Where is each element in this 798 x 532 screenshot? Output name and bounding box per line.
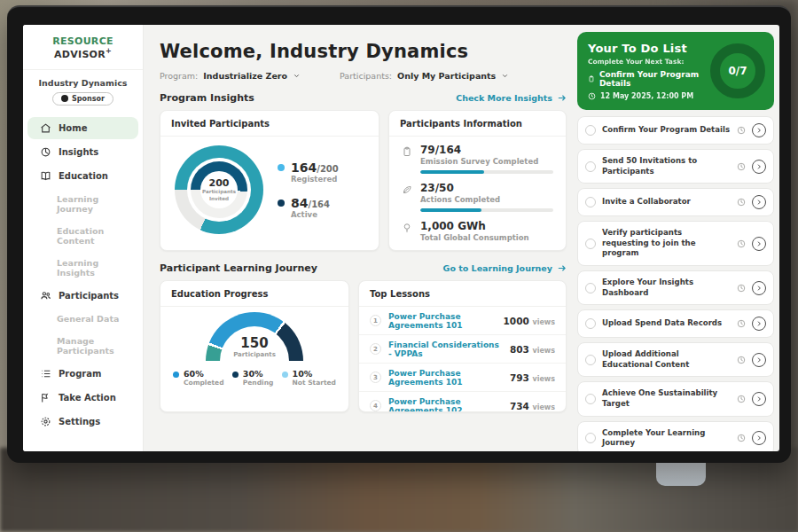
task-row-explore-insights[interactable]: Explore Your Insights Dashboard	[577, 270, 774, 305]
monitor-bezel: RESOURCE ADVISOR+ Industry Dynamics Spon…	[7, 5, 791, 463]
chevron-right-icon[interactable]	[752, 353, 766, 367]
checkbox-icon[interactable]	[585, 394, 596, 404]
actions-completed-progressbar	[420, 208, 553, 212]
lesson-views-suffix: views	[532, 403, 555, 411]
sidebar-item-label: Home	[59, 123, 87, 133]
participants-information-card: Participants Information 79/164 Emission…	[388, 110, 567, 251]
sponsor-badge[interactable]: Sponsor	[52, 92, 113, 106]
go-to-learning-journey-link[interactable]: Go to Learning Journey	[443, 263, 567, 273]
sidebar-item-learning-insights[interactable]: Learning Insights	[27, 253, 138, 283]
donut-center: 200 Participants Invited	[200, 171, 238, 208]
active-dot-icon	[278, 200, 285, 207]
task-row-send-invitations[interactable]: Send 50 Invitations to Participants	[577, 149, 774, 184]
learning-journey-header: Participant Learning Journey Go to Learn…	[160, 262, 567, 274]
sidebar-item-program[interactable]: Program	[27, 363, 138, 385]
donut-center-label: Participants Invited	[200, 189, 238, 202]
chevron-right-icon[interactable]	[752, 237, 766, 251]
sidebar-item-education-content[interactable]: Education Content	[27, 221, 138, 251]
sidebar-item-home[interactable]: Home	[27, 117, 138, 139]
invited-legend: 164/200 Registered 84/164 Active	[278, 160, 339, 219]
dashboard-screen: RESOURCE ADVISOR+ Industry Dynamics Spon…	[23, 25, 779, 451]
invited-participants-card: Invited Participants 200 Participants In…	[160, 110, 379, 251]
checkbox-icon[interactable]	[585, 318, 596, 329]
clock-icon	[737, 198, 746, 207]
sidebar-item-participants[interactable]: Participants	[27, 285, 138, 307]
sidebar-item-general-data[interactable]: General Data	[27, 309, 138, 329]
consumption-value: 1,000 GWh	[420, 220, 553, 232]
task-label: Confirm Your Program Details	[602, 125, 731, 136]
lesson-rank: 4	[370, 400, 381, 411]
invited-donut-chart: 200 Participants Invited	[175, 145, 263, 234]
chevron-right-icon[interactable]	[752, 392, 766, 406]
sidebar-item-education[interactable]: Education	[27, 165, 138, 187]
insights-cards: Invited Participants 200 Participants In…	[160, 110, 567, 251]
check-more-insights-link[interactable]: Check More Insights	[456, 93, 567, 103]
checkbox-icon[interactable]	[585, 161, 596, 172]
lessons-card-title: Top Lessons	[359, 281, 566, 307]
todo-subtitle: Complete Your Next Task:	[588, 58, 705, 66]
lesson-row: 4 Power Purchase Agreements 102 734 view…	[359, 392, 566, 412]
chevron-right-icon[interactable]	[752, 317, 766, 331]
task-row-complete-learning-journey[interactable]: Complete Your Learning Journey	[577, 421, 774, 451]
sidebar-item-insights[interactable]: Insights	[27, 141, 138, 163]
top-lessons-card: Top Lessons 1 Power Purchase Agreements …	[358, 280, 567, 412]
task-label: Invite a Collaborator	[602, 197, 731, 207]
chevron-right-icon[interactable]	[752, 281, 766, 295]
checkbox-icon[interactable]	[585, 355, 596, 365]
sponsor-icon	[61, 95, 68, 102]
todo-due-date: 12 May 2025, 12:00 PM	[588, 92, 705, 100]
active-legend-item: 84/164 Active	[278, 196, 339, 219]
education-icon	[40, 170, 51, 182]
sidebar-item-learning-journey[interactable]: Learning Journey	[27, 189, 138, 219]
sidebar-item-settings[interactable]: Settings	[27, 411, 138, 433]
task-row-achieve-target[interactable]: Achieve One Sustainability Target	[577, 381, 774, 416]
not-started-label: Not Started	[293, 379, 336, 387]
sidebar-item-take-action[interactable]: Take Action	[27, 387, 138, 409]
participants-icon	[40, 290, 51, 301]
sidebar-item-label: Manage Participants	[57, 336, 129, 356]
chevron-right-icon[interactable]	[752, 123, 766, 137]
home-icon	[40, 122, 51, 134]
task-label: Achieve One Sustainability Target	[602, 388, 731, 409]
lesson-link[interactable]: Financial Considerations - VPPAs	[388, 340, 503, 358]
lessons-list: 1 Power Purchase Agreements 101 1000 vie…	[359, 307, 566, 412]
task-list: Confirm Your Program Details Send 50 Inv…	[577, 116, 774, 451]
task-row-invite-collaborator[interactable]: Invite a Collaborator	[577, 188, 774, 216]
chevron-right-icon[interactable]	[752, 160, 766, 174]
checkbox-icon[interactable]	[585, 125, 596, 136]
program-filter[interactable]: Program: Industrialize Zero	[160, 71, 301, 81]
org-name: Industry Dynamics	[23, 78, 143, 88]
lesson-link[interactable]: Power Purchase Agreements 102	[388, 397, 503, 413]
program-icon	[40, 368, 51, 379]
checkbox-icon[interactable]	[585, 433, 596, 443]
lesson-link[interactable]: Power Purchase Agreements 101	[388, 312, 497, 330]
sidebar-item-manage-participants[interactable]: Manage Participants	[27, 331, 138, 361]
todo-panel: Your To Do List Complete Your Next Task:…	[577, 25, 779, 451]
task-row-upload-spend-data[interactable]: Upload Spend Data Records	[577, 309, 774, 338]
participants-filter[interactable]: Participants: Only My Participants	[340, 71, 509, 81]
program-insights-header: Program Insights Check More Insights	[160, 92, 567, 104]
task-row-verify-participants[interactable]: Verify participants requesting to join t…	[577, 221, 774, 266]
gauge-center-value: 150	[206, 335, 303, 351]
education-legend: 60% Completed 30% Pending	[171, 362, 338, 387]
chevron-right-icon[interactable]	[752, 195, 766, 209]
todo-due-label: 12 May 2025, 12:00 PM	[600, 92, 693, 100]
checkbox-icon[interactable]	[585, 283, 596, 293]
task-row-upload-educational-content[interactable]: Upload Additional Educational Content	[577, 342, 774, 377]
chevron-down-icon	[293, 72, 301, 80]
registered-dot-icon	[278, 164, 285, 171]
checkbox-icon[interactable]	[585, 197, 596, 207]
lesson-link[interactable]: Power Purchase Agreements 101	[388, 369, 503, 387]
app-logo: RESOURCE ADVISOR+	[23, 35, 143, 70]
task-row-confirm-program[interactable]: Confirm Your Program Details	[577, 116, 774, 145]
lesson-views-suffix: views	[532, 375, 555, 383]
go-to-learning-journey-label: Go to Learning Journey	[443, 263, 552, 273]
registered-value: 164	[291, 160, 317, 175]
checkbox-icon[interactable]	[585, 239, 596, 249]
lesson-views-value: 803	[510, 344, 529, 355]
lesson-rank: 3	[370, 372, 381, 383]
main-content: Welcome, Industry Dynamics Program: Indu…	[144, 25, 577, 451]
journey-cards: Education Progress 150 Participants	[160, 280, 567, 412]
chevron-right-icon[interactable]	[752, 431, 766, 445]
settings-icon	[40, 416, 51, 427]
